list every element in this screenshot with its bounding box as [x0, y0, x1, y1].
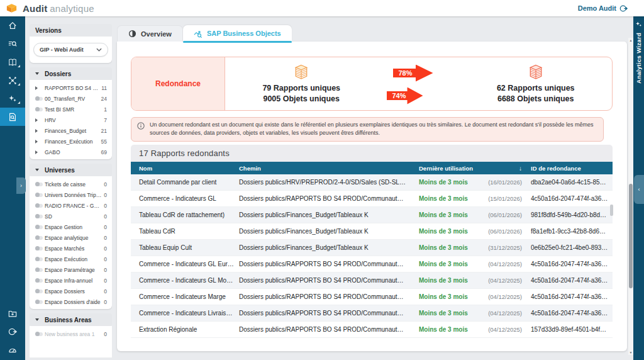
sidebar-item[interactable]: GABO69: [30, 147, 112, 157]
sidebar-item[interactable]: HRV7: [30, 115, 112, 125]
stack-icon-coral: [526, 64, 545, 82]
section-header-dossiers[interactable]: Dossiers: [30, 67, 112, 80]
table-row[interactable]: Commerce - Indicateurs GL MondeDossiers …: [131, 273, 613, 289]
last-usage-cell: Moins de 3 mois(04/12/2025): [413, 293, 531, 300]
item-count-badge: 1: [104, 106, 107, 113]
table-row[interactable]: Commerce - Indicateurs Livraisons Termi……: [131, 305, 613, 322]
toggle-icon[interactable]: [35, 193, 45, 197]
tab-overview[interactable]: Overview: [117, 25, 183, 42]
toggle-icon[interactable]: [35, 268, 45, 272]
report-path-cell: Dossiers publics/RAPPORTS BO S4 PROD/Com…: [239, 310, 413, 317]
rail-catalog-button[interactable]: [0, 53, 25, 71]
column-header-derniere-utilisation[interactable]: Dernière utilisation↓: [413, 165, 531, 172]
report-name-cell: Detail Commande par client: [131, 179, 239, 186]
toggle-icon[interactable]: [35, 290, 45, 293]
scrollbar-thumb[interactable]: [629, 184, 633, 288]
table-row[interactable]: Tableau CdRDossiers publics/Finances_Bud…: [131, 223, 613, 240]
sidebar-item-label: Espace Gestion: [45, 224, 101, 230]
toggle-icon[interactable]: [35, 108, 45, 111]
table-row[interactable]: Detail Commande par clientDossiers publi…: [131, 174, 613, 191]
table-title: 17 Rapports redondants: [131, 145, 613, 162]
sidebar-item[interactable]: Espace Exécution0: [30, 254, 112, 264]
rail-logout-button[interactable]: [0, 322, 25, 340]
column-header-nom[interactable]: Nom: [131, 165, 239, 172]
rail-audit-report-button[interactable]: [0, 108, 25, 126]
item-count-badge: 0: [104, 245, 107, 252]
sidebar-item-label: Test BI SMR: [45, 106, 101, 113]
table-row[interactable]: Extraction RégionaleDossiers publics/RAP…: [131, 322, 613, 338]
main-scrollbar[interactable]: ▲ ▼: [628, 38, 633, 355]
sidebar-expand-button[interactable]: ›: [16, 177, 26, 194]
user-menu[interactable]: Demo Audit: [578, 4, 628, 13]
column-header-chemin[interactable]: Chemin: [239, 165, 413, 172]
toggle-icon[interactable]: [35, 236, 45, 240]
sidebar-item[interactable]: 00_Transfert_RV24: [30, 93, 112, 104]
table-row[interactable]: Commerce - Indicateurs GL EuropeDossiers…: [131, 256, 613, 273]
sidebar-item-label: Finances_Budget: [45, 128, 99, 134]
toggle-icon[interactable]: [35, 279, 45, 283]
rail-home-button[interactable]: [0, 16, 25, 35]
expand-arrow-icon[interactable]: [35, 86, 45, 90]
toggle-icon[interactable]: [35, 215, 45, 218]
table-row[interactable]: Tableau CdR de rattachement)Dossiers pub…: [131, 207, 613, 223]
expand-arrow-icon[interactable]: [35, 150, 45, 154]
scroll-up-icon[interactable]: ▲: [628, 38, 633, 42]
sidebar-item[interactable]: Espace Paramétrage0: [30, 264, 112, 275]
panel-collapse-button[interactable]: ‹: [634, 175, 644, 204]
sidebar-item[interactable]: Espace Dossiers d'aide0: [30, 296, 112, 307]
sidebar-item[interactable]: RAPPORTS BO S4 PROD11: [30, 82, 112, 93]
toggle-icon[interactable]: [35, 97, 45, 101]
report-name-cell: Commerce - Indicateurs GL: [131, 195, 239, 202]
table-row[interactable]: Commerce - Indicateurs MargeDossiers pub…: [131, 289, 613, 305]
report-path-cell: Dossiers publics/RAPPORTS BO S4 PROD/Com…: [239, 293, 413, 300]
toggle-icon[interactable]: [35, 332, 45, 336]
section-header-business-areas[interactable]: Business Areas: [30, 313, 112, 326]
toggle-icon[interactable]: [35, 257, 45, 261]
toggle-icon[interactable]: [35, 204, 45, 208]
item-count-badge: 0: [104, 278, 107, 284]
version-select[interactable]: GIP - Webi Audit: [33, 43, 108, 57]
rail-dashboard-button[interactable]: [0, 340, 25, 359]
toggle-icon[interactable]: [35, 247, 45, 250]
item-count-badge: 0: [104, 288, 107, 295]
redundancy-id-cell: 157d33d9-89ef-4501-b4fa-19f0…: [531, 326, 613, 333]
sidebar-item[interactable]: Test BI SMR1: [30, 104, 112, 115]
sidebar-item[interactable]: Espace analytique0: [30, 232, 112, 243]
scroll-down-icon[interactable]: ▼: [628, 351, 633, 354]
sidebar-item[interactable]: Espace Gestion0: [30, 222, 112, 232]
sidebar-item[interactable]: Finances_Exécution55: [30, 136, 112, 147]
column-header-id-redondance[interactable]: ID de redondance: [531, 165, 613, 172]
sidebar-item[interactable]: Univers Données Triplex0: [30, 189, 112, 200]
redundancy-id-cell: 4c50a16d-2047-474f-a36d-b9c0…: [531, 277, 613, 284]
version-selected-value: GIP - Webi Audit: [40, 47, 84, 53]
expand-arrow-icon[interactable]: [35, 129, 45, 133]
toggle-icon[interactable]: [35, 225, 45, 229]
rail-insights-button[interactable]: [0, 89, 25, 108]
sidebar-item[interactable]: SD0: [30, 211, 112, 222]
sidebar-item[interactable]: Finances_Budget21: [30, 125, 112, 136]
expand-arrow-icon[interactable]: [35, 140, 45, 143]
usage-badge: Moins de 3 mois: [419, 261, 468, 267]
analytics-wizard-tab[interactable]: Analytics Wizard: [635, 33, 642, 84]
expand-arrow-icon[interactable]: [35, 118, 45, 122]
table-row[interactable]: Commerce - Indicateurs GLDossiers public…: [131, 191, 613, 207]
rail-add-folder-button[interactable]: [0, 304, 25, 322]
table-inner-scrollbar[interactable]: [610, 205, 613, 216]
section-header-universes[interactable]: Universes: [30, 164, 112, 176]
sidebar-item[interactable]: Espace Marchés0: [30, 243, 112, 254]
toggle-icon[interactable]: [35, 300, 45, 304]
sidebar-item-label: RAPPORTS BO S4 PROD: [45, 85, 99, 91]
sidebar-item[interactable]: Espace Infra-annuel0: [30, 275, 112, 286]
tab-sap-business-objects[interactable]: SAP Business Objects: [183, 25, 292, 42]
sidebar-item[interactable]: Tickets de caisse0: [30, 179, 112, 189]
rail-search-button[interactable]: [0, 35, 25, 53]
rail-lineage-button[interactable]: [0, 71, 25, 89]
sidebar-item[interactable]: RADIO FRANCE - GA et Paie0: [30, 200, 112, 211]
table-row[interactable]: Tableau Equip CultDossiers publics/Finan…: [131, 240, 613, 256]
sidebar-item-label: Espace Dossiers: [45, 288, 101, 295]
sidebar-item[interactable]: Espace Dossiers0: [30, 286, 112, 296]
item-count-badge: 69: [101, 149, 107, 155]
usage-badge: Moins de 3 mois: [419, 179, 468, 186]
sidebar-item[interactable]: New business area 10: [30, 329, 112, 339]
toggle-icon[interactable]: [35, 183, 45, 186]
